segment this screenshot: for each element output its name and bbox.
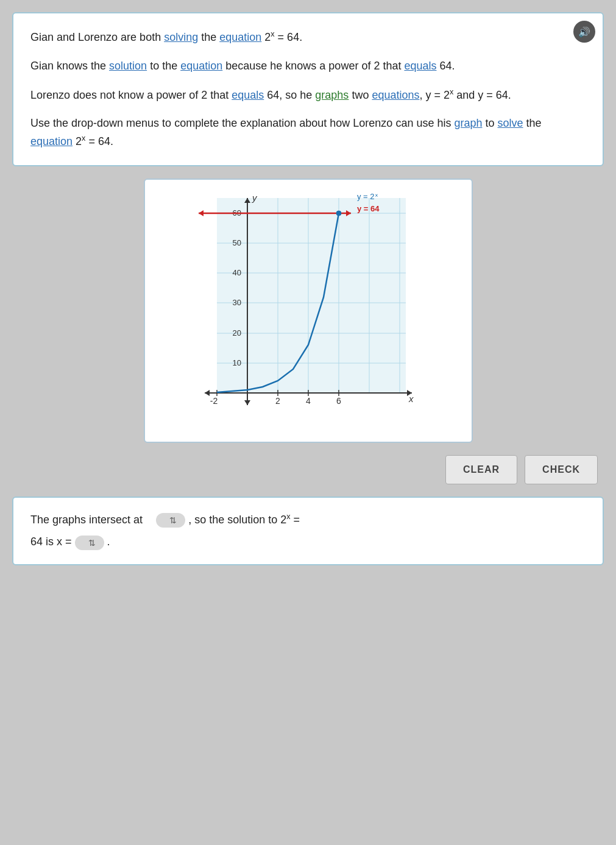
buttons-row: CLEAR CHECK bbox=[12, 455, 604, 484]
para3-text4: , y = 2x and y = 64. bbox=[419, 89, 511, 101]
dropdown1-arrow-icon: ⇅ bbox=[169, 515, 177, 525]
para4-text4: 2x = 64. bbox=[73, 135, 113, 147]
dropdown-2[interactable]: ⇅ bbox=[75, 536, 104, 550]
link-equals2[interactable]: equals bbox=[232, 89, 264, 101]
graph-container: -2 2 4 6 x 10 20 30 40 50 60 y bbox=[144, 179, 473, 443]
x-tick-6: 6 bbox=[336, 396, 341, 406]
legend-blue: y = 2ˣ bbox=[357, 192, 378, 201]
sound-button[interactable]: 🔊 bbox=[573, 21, 595, 43]
link-equations[interactable]: equations bbox=[372, 89, 419, 101]
para1-text2: the bbox=[198, 31, 219, 43]
para2-text4: 64. bbox=[436, 60, 455, 72]
graph-svg: -2 2 4 6 x 10 20 30 40 50 60 y bbox=[180, 192, 436, 436]
svg-rect-1 bbox=[217, 198, 406, 393]
answer-period: . bbox=[107, 536, 110, 548]
y-tick-50: 50 bbox=[232, 238, 241, 247]
link-graph[interactable]: graph bbox=[454, 117, 482, 129]
y-tick-30: 30 bbox=[232, 298, 241, 307]
answer-line2: 64 is x = ⇅ . bbox=[30, 532, 586, 551]
check-button[interactable]: CHECK bbox=[525, 455, 598, 484]
x-axis-label: x bbox=[408, 394, 414, 404]
svg-marker-25 bbox=[199, 210, 204, 216]
svg-marker-19 bbox=[244, 400, 250, 405]
link-solve[interactable]: solve bbox=[498, 117, 523, 129]
paragraph-3: Lorenzo does not know a power of 2 that … bbox=[30, 86, 586, 104]
para2-text2: to the bbox=[147, 60, 180, 72]
problem-text: Gian and Lorenzo are both solving the eq… bbox=[30, 28, 586, 150]
answer-middle: , so the solution to 2x = bbox=[188, 514, 300, 526]
dropdown-1[interactable]: ⇅ bbox=[156, 513, 185, 528]
para4-text3: the bbox=[523, 117, 542, 129]
problem-card: 🔊 Gian and Lorenzo are both solving the … bbox=[12, 12, 604, 166]
paragraph-4: Use the drop-down menus to complete the … bbox=[30, 115, 586, 150]
para3-text3: two bbox=[349, 89, 372, 101]
link-equation3[interactable]: equation bbox=[30, 135, 73, 147]
para4-text2: to bbox=[482, 117, 497, 129]
answer-card: The graphs intersect at ⇅ , so the solut… bbox=[12, 497, 604, 565]
x-tick-neg2: -2 bbox=[210, 396, 218, 406]
para2-text3: because he knows a power of 2 that bbox=[222, 60, 404, 72]
answer-line1: The graphs intersect at ⇅ , so the solut… bbox=[30, 510, 586, 529]
dropdown2-arrow-icon: ⇅ bbox=[88, 538, 96, 548]
y-tick-20: 20 bbox=[232, 328, 241, 338]
para2-text1: Gian knows the bbox=[30, 60, 109, 72]
x-tick-4: 4 bbox=[306, 396, 311, 406]
para4-text1: Use the drop-down menus to complete the … bbox=[30, 117, 454, 129]
para1-text3: 2x = 64. bbox=[261, 31, 302, 43]
link-solution[interactable]: solution bbox=[109, 60, 147, 72]
svg-point-27 bbox=[336, 211, 341, 216]
y-tick-40: 40 bbox=[232, 268, 241, 277]
svg-marker-16 bbox=[205, 390, 210, 396]
answer-prefix: The graphs intersect at bbox=[30, 514, 143, 526]
legend-red: y = 64 bbox=[357, 204, 380, 213]
clear-button[interactable]: CLEAR bbox=[445, 455, 517, 484]
paragraph-1: Gian and Lorenzo are both solving the eq… bbox=[30, 28, 586, 46]
link-graphs[interactable]: graphs bbox=[315, 89, 349, 101]
x-tick-2: 2 bbox=[275, 396, 280, 406]
sound-icon: 🔊 bbox=[578, 26, 590, 38]
para3-text2: 64, so he bbox=[264, 89, 315, 101]
paragraph-2: Gian knows the solution to the equation … bbox=[30, 57, 586, 75]
para3-text1: Lorenzo does not know a power of 2 that bbox=[30, 89, 232, 101]
link-equals1[interactable]: equals bbox=[404, 60, 436, 72]
link-equation2[interactable]: equation bbox=[180, 60, 222, 72]
answer-line2-text: 64 is x = bbox=[30, 536, 75, 548]
link-equation1[interactable]: equation bbox=[219, 31, 261, 43]
link-solving[interactable]: solving bbox=[164, 31, 198, 43]
y-tick-10: 10 bbox=[232, 358, 241, 367]
para1-text1: Gian and Lorenzo are both bbox=[30, 31, 164, 43]
